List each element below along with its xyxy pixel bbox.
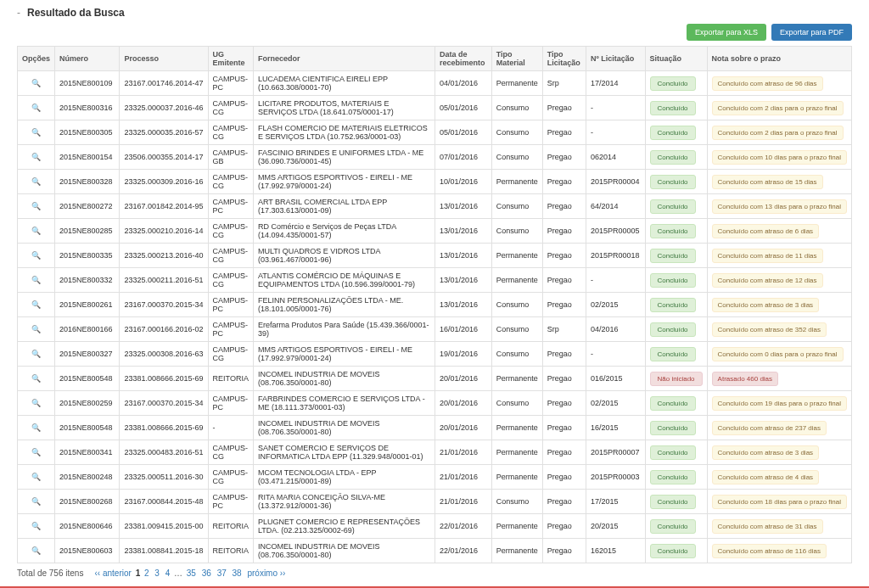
view-icon[interactable] — [31, 448, 41, 456]
pager-page[interactable]: 3 — [154, 568, 160, 578]
pager-page[interactable]: 2 — [144, 568, 149, 578]
cell-ug: CAMPUS-CG — [208, 268, 253, 293]
pager-prev[interactable]: ‹‹ anterior — [95, 568, 132, 578]
cell-ug: CAMPUS-PC — [208, 194, 253, 219]
cell-fornecedor: MMS ARTIGOS ESPORTIVOS - EIRELI - ME (17… — [253, 170, 434, 194]
cell-data: 21/01/2016 — [435, 465, 492, 490]
cell-tipo_licitacao: Pregao — [542, 244, 586, 268]
status-badge: Concluído — [650, 322, 696, 337]
pager-page[interactable]: 37 — [217, 568, 227, 578]
table-row: 2015NE80054823381.008666.2015-69-INCOMEL… — [18, 416, 852, 440]
cell-data: 20/01/2016 — [435, 416, 492, 440]
note-badge: Concluído com atraso de 96 dias — [712, 76, 823, 91]
cell-nota: Concluído com atraso de 237 dias — [707, 416, 851, 440]
cell-fornecedor: MULTI QUADROS E VIDROS LTDA (03.961.467/… — [253, 244, 434, 268]
table-header-row: Opções Número Processo UG Emitente Forne… — [18, 47, 852, 71]
cell-fornecedor: MMS ARTIGOS ESPORTIVOS - EIRELI - ME (17… — [253, 342, 434, 367]
view-icon[interactable] — [31, 325, 41, 333]
cell-tipo_material: Consumo — [491, 490, 542, 514]
cell-tipo_licitacao: Srp — [542, 317, 586, 342]
note-badge: Concluído com 13 dias para o prazo final — [712, 199, 847, 214]
cell-nota: Concluído com 19 dias para o prazo final — [707, 391, 851, 416]
cell-nota: Concluído com 13 dias para o prazo final — [707, 194, 851, 219]
view-icon[interactable] — [31, 350, 41, 358]
cell-tipo_material: Consumo — [491, 317, 542, 342]
cell-situacao: Concluído — [645, 219, 707, 244]
view-icon[interactable] — [31, 522, 41, 530]
view-icon[interactable] — [31, 104, 41, 112]
cell-fornecedor: INCOMEL INDUSTRIA DE MOVEIS (08.706.350/… — [253, 416, 434, 440]
view-icon[interactable] — [31, 202, 41, 210]
collapse-toggle[interactable]: - — [17, 7, 20, 19]
table-row: 2015NE80031623325.000037.2016-46CAMPUS-C… — [18, 96, 852, 120]
view-icon[interactable] — [31, 473, 41, 481]
pager-page[interactable]: 36 — [202, 568, 211, 578]
cell-ug: CAMPUS-PC — [208, 71, 253, 96]
cell-ug: CAMPUS-CG — [208, 244, 253, 268]
pager-page[interactable]: 38 — [233, 568, 242, 578]
table-row: 2015NE80028523325.000210.2016-14CAMPUS-C… — [18, 219, 852, 244]
view-icon[interactable] — [31, 399, 41, 407]
cell-processo: 23167.000370.2015-34 — [120, 391, 208, 416]
cell-fornecedor: INCOMEL INDUSTRIA DE MOVEIS (08.706.350/… — [253, 367, 434, 391]
view-icon[interactable] — [31, 423, 41, 432]
export-pdf-button[interactable]: Exportar para PDF — [771, 24, 852, 41]
cell-tipo_licitacao: Pregao — [542, 416, 586, 440]
cell-processo: 23381.008666.2015-69 — [120, 367, 208, 391]
cell-processo: 23167.000370.2015-34 — [120, 293, 208, 317]
view-icon[interactable] — [31, 79, 41, 87]
cell-fornecedor: INCOMEL INDUSTRIA DE MOVEIS (08.706.350/… — [253, 539, 434, 563]
pager-page[interactable]: 4 — [165, 568, 171, 578]
cell-data: 21/01/2016 — [435, 440, 492, 465]
cell-numero: 2015NE800548 — [55, 367, 120, 391]
col-data: Data de recebimento — [435, 47, 492, 71]
view-icon[interactable] — [31, 177, 41, 186]
view-icon[interactable] — [31, 497, 41, 506]
cell-nota: Concluído com atraso de 3 dias — [707, 440, 851, 465]
table-row: 2015NE80033223325.000211.2016-51CAMPUS-C… — [18, 268, 852, 293]
view-icon[interactable] — [31, 251, 41, 260]
cell-ug: CAMPUS-PC — [208, 391, 253, 416]
cell-ug: CAMPUS-CG — [208, 96, 253, 120]
cell-tipo_licitacao: Pregao — [542, 145, 586, 170]
cell-numero: 2015NE800305 — [55, 120, 120, 145]
status-badge: Concluído — [650, 199, 696, 214]
cell-situacao: Concluído — [645, 514, 707, 539]
note-badge: Concluído com atraso de 352 dias — [712, 322, 827, 337]
cell-nota: Concluído com atraso de 352 dias — [707, 317, 851, 342]
cell-data: 13/01/2016 — [435, 268, 492, 293]
table-row: 2015NE80026123167.000370.2015-34CAMPUS-P… — [18, 293, 852, 317]
col-situacao: Situação — [645, 47, 707, 71]
cell-tipo_material: Consumo — [491, 194, 542, 219]
view-icon[interactable] — [31, 546, 41, 555]
pager-page[interactable]: 35 — [187, 568, 196, 578]
note-badge: Concluído com atraso de 3 dias — [712, 298, 820, 312]
cell-n_licitacao: 02/2015 — [586, 391, 645, 416]
cell-situacao: Concluído — [645, 145, 707, 170]
cell-ug: CAMPUS-PC — [208, 490, 253, 514]
cell-situacao: Não iniciado — [645, 367, 707, 391]
view-icon[interactable] — [31, 276, 41, 284]
view-icon[interactable] — [31, 300, 41, 309]
cell-data: 16/01/2016 — [435, 317, 492, 342]
cell-processo: 23167.000844.2015-48 — [120, 490, 208, 514]
pager-next[interactable]: próximo ›› — [247, 568, 285, 578]
view-icon[interactable] — [31, 374, 41, 383]
cell-data: 19/01/2016 — [435, 342, 492, 367]
export-xls-button[interactable]: Exportar para XLS — [687, 24, 766, 41]
cell-nota: Concluído com atraso de 96 dias — [707, 71, 851, 96]
cell-tipo_licitacao: Pregao — [542, 490, 586, 514]
cell-tipo_material: Permanente — [491, 416, 542, 440]
cell-data: 13/01/2016 — [435, 293, 492, 317]
view-icon[interactable] — [31, 153, 41, 161]
cell-nota: Concluído com 2 dias para o prazo final — [707, 96, 851, 120]
view-icon[interactable] — [31, 227, 41, 235]
table-row: 2015NE80015423506.000355.2014-17CAMPUS-G… — [18, 145, 852, 170]
col-n-licitacao: Nº Licitação — [586, 47, 645, 71]
table-row: 2015NE80034123325.000483.2016-51CAMPUS-C… — [18, 440, 852, 465]
view-icon[interactable] — [31, 128, 41, 137]
cell-numero: 2015NE800341 — [55, 440, 120, 465]
cell-n_licitacao: 062014 — [586, 145, 645, 170]
cell-tipo_licitacao: Pregao — [542, 219, 586, 244]
cell-nota: Concluído com 10 dias para o prazo final — [707, 145, 851, 170]
